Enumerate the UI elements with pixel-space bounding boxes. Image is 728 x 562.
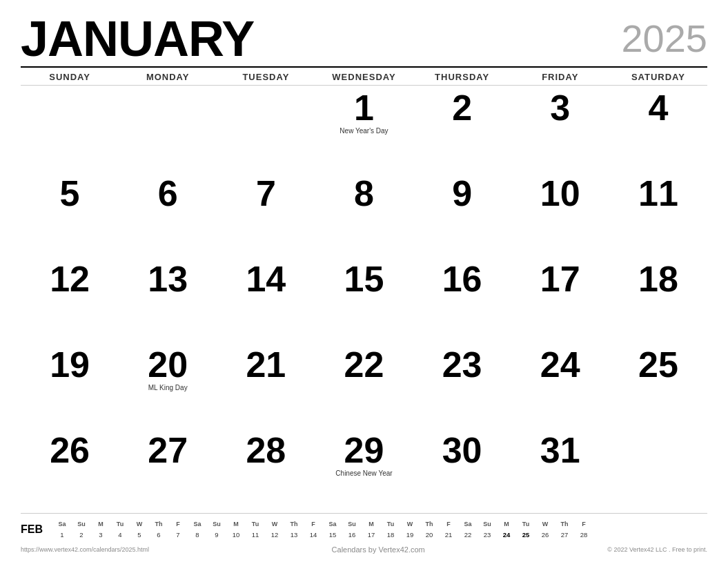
days-header: SUNDAYMONDAYTUESDAYWEDNESDAYTHURSDAYFRID… — [21, 66, 707, 85]
calendar-cell: 27 — [119, 428, 217, 514]
mini-header-cell: M — [226, 519, 246, 529]
calendar-cell — [21, 86, 119, 171]
calendar-cell: 14 — [217, 257, 315, 342]
day-header-wednesday: WEDNESDAY — [315, 72, 413, 85]
cell-date: 26 — [50, 432, 90, 468]
calendar-cell — [217, 86, 315, 171]
cell-date: 11 — [638, 175, 678, 211]
cell-date: 19 — [50, 347, 90, 382]
calendar-cell: 17 — [511, 257, 609, 342]
mini-month-label: FEB — [21, 523, 48, 536]
mini-date-cell: 27 — [555, 530, 574, 540]
mini-header-cell: W — [265, 519, 284, 529]
mini-grid: SaSuMTuWThFSaSuMTuWThFSaSuMTuWThFSaSuMTu… — [52, 519, 707, 540]
calendar-cell: 9 — [413, 171, 511, 257]
cell-event: New Year's Day — [340, 127, 388, 135]
year-title: 2025 — [621, 19, 707, 58]
mini-date-cell: 7 — [168, 530, 188, 540]
footer-right: © 2022 Vertex42 LLC . Free to print. — [607, 546, 707, 553]
mini-header-cell: Su — [207, 519, 226, 529]
calendar-cell: 13 — [119, 257, 217, 342]
mini-date-cell: 28 — [574, 530, 593, 540]
mini-date-cell: 19 — [400, 530, 420, 540]
day-header-tuesday: TUESDAY — [217, 72, 315, 85]
mini-date-cell: 8 — [188, 530, 207, 540]
calendar-cell: 23 — [413, 342, 511, 428]
mini-date-cell: 9 — [207, 530, 226, 540]
cell-date: 22 — [344, 347, 384, 382]
mini-header-cell: M — [497, 519, 516, 529]
mini-header-cell: Su — [72, 519, 91, 529]
cell-date: 28 — [246, 432, 286, 468]
calendar-cell: 28 — [217, 428, 315, 514]
cell-date: 3 — [550, 90, 570, 126]
mini-calendar-section: FEB SaSuMTuWThFSaSuMTuWThFSaSuMTuWThFSaS… — [21, 513, 707, 543]
calendar-cell: 1New Year's Day — [315, 86, 413, 171]
calendar-grid: 1New Year's Day2345678910111213141516171… — [21, 85, 707, 513]
mini-header-cell: Sa — [188, 519, 207, 529]
cell-date: 1 — [354, 90, 374, 126]
mini-date-cell: 13 — [284, 530, 304, 540]
mini-header-cell: F — [574, 519, 593, 529]
cell-date: 5 — [60, 175, 80, 211]
mini-header-cell: Tu — [246, 519, 265, 529]
mini-header-cell: Su — [478, 519, 497, 529]
calendar-cell: 22 — [315, 342, 413, 428]
mini-header-cell: F — [304, 519, 323, 529]
mini-header-cell: M — [362, 519, 381, 529]
cell-date: 16 — [442, 261, 482, 297]
cell-date: 24 — [540, 347, 580, 382]
cell-date: 4 — [648, 90, 668, 126]
cell-date: 17 — [540, 261, 580, 297]
calendar-cell: 3 — [511, 86, 609, 171]
mini-header-cell: M — [91, 519, 110, 529]
calendar-cell: 7 — [217, 171, 315, 257]
mini-header-cell: Th — [284, 519, 304, 529]
calendar-cell: 2 — [413, 86, 511, 171]
header-row: JANUARY 2025 — [21, 14, 707, 64]
calendar-cell: 5 — [21, 171, 119, 257]
footer-left: https://www.vertex42.com/calendars/2025.… — [21, 546, 149, 553]
cell-date: 27 — [148, 432, 188, 468]
mini-date-cell: 10 — [226, 530, 246, 540]
cell-date: 21 — [246, 347, 286, 382]
footer-center: Calendars by Vertex42.com — [332, 545, 425, 554]
calendar-cell: 12 — [21, 257, 119, 342]
cell-date: 12 — [50, 261, 90, 297]
mini-date-cell: 22 — [458, 530, 478, 540]
calendar-cell — [609, 428, 707, 514]
cell-date: 23 — [442, 347, 482, 382]
calendar-cell: 16 — [413, 257, 511, 342]
mini-date-cell: 2 — [72, 530, 91, 540]
day-header-monday: MONDAY — [119, 72, 217, 85]
day-header-friday: FRIDAY — [511, 72, 609, 85]
mini-date-cell: 17 — [362, 530, 381, 540]
calendar-cell: 10 — [511, 171, 609, 257]
calendar-cell: 29Chinese New Year — [315, 428, 413, 514]
calendar-cell: 26 — [21, 428, 119, 514]
calendar-cell: 21 — [217, 342, 315, 428]
calendar-cell: 15 — [315, 257, 413, 342]
cell-date: 9 — [452, 175, 472, 211]
calendar-cell: 19 — [21, 342, 119, 428]
cell-date: 6 — [158, 175, 178, 211]
cell-event: Chinese New Year — [335, 469, 392, 478]
mini-date-cell: 15 — [323, 530, 342, 540]
cell-date: 20 — [148, 347, 188, 382]
mini-header-cell: F — [439, 519, 458, 529]
day-header-saturday: SATURDAY — [609, 72, 707, 85]
mini-date-cell: 24 — [497, 530, 516, 540]
calendar-cell: 6 — [119, 171, 217, 257]
cell-date: 29 — [344, 432, 384, 468]
calendar-cell — [119, 86, 217, 171]
cell-date: 8 — [354, 175, 374, 211]
cell-date: 31 — [540, 432, 580, 468]
cell-date: 25 — [638, 347, 678, 382]
calendar-cell: 20ML King Day — [119, 342, 217, 428]
mini-header-cell: Tu — [381, 519, 400, 529]
cell-date: 14 — [246, 261, 286, 297]
mini-date-row: 1234567891011121314151617181920212223242… — [52, 530, 707, 540]
mini-header-cell: Tu — [516, 519, 535, 529]
calendar-cell: 25 — [609, 342, 707, 428]
mini-header-cell: F — [168, 519, 188, 529]
